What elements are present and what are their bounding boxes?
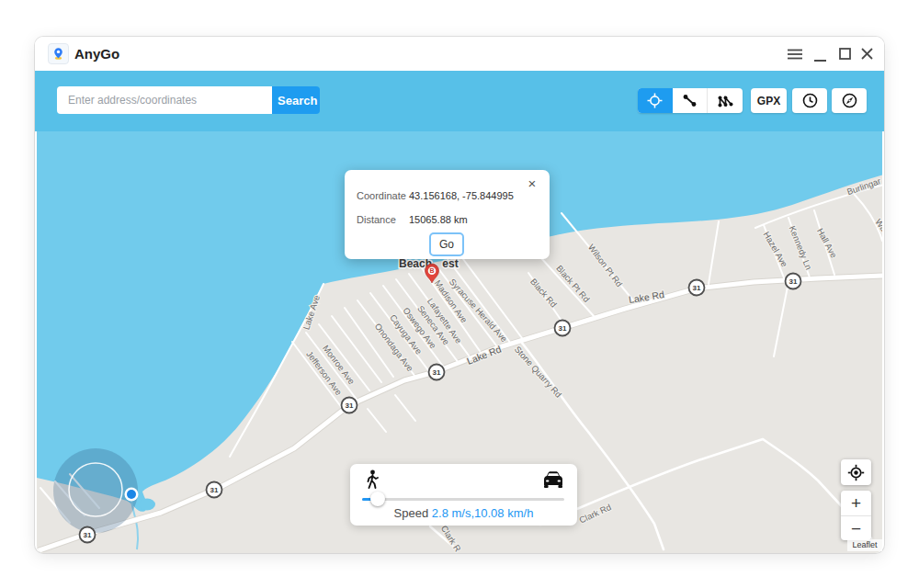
route-31-shield-text: 31 [346,401,354,410]
svg-text:B: B [429,267,434,274]
multi-spot-route-mode-button[interactable] [707,88,743,113]
place-label: est [442,257,458,270]
crosshair-icon [647,93,663,108]
gpx-button[interactable]: GPX [751,88,787,113]
popup-close-icon[interactable]: × [525,176,539,191]
zoom-out-button[interactable]: − [841,515,871,540]
current-location-accuracy [53,448,138,533]
speed-value: 2.8 m/s,10.08 km/h [432,506,534,520]
speed-label: Speed [394,506,432,520]
compass-icon [842,93,857,108]
minimize-icon[interactable] [812,51,827,64]
distance-value: 15065.88 km [409,214,468,225]
route-31-shield-text: 31 [210,486,219,494]
menu-icon[interactable] [788,47,802,61]
clock-icon [802,93,818,108]
cooldown-button[interactable] [832,88,867,113]
locate-target-icon [847,464,865,481]
coordinate-label: Coordinate [357,190,406,201]
distance-label: Distance [357,214,396,225]
locate-me-button[interactable] [841,459,871,485]
multi-spot-route-icon [718,95,733,107]
app-title: AnyGo [74,46,119,62]
two-spot-route-icon [683,94,697,107]
title-bar [35,37,884,72]
route-31-shield-text: 31 [433,368,441,377]
map-attribution[interactable]: Leaflet [847,539,882,551]
mode-button-group [638,88,743,113]
speed-slider-thumb[interactable] [370,492,385,506]
history-button[interactable] [792,88,827,113]
car-icon [542,470,564,492]
route-31-shield-text: 31 [789,277,798,286]
go-button[interactable]: Go [429,232,464,256]
route-31-shield-text: 31 [693,284,701,292]
close-icon[interactable] [859,47,874,61]
zoom-control: + − [841,491,871,540]
walking-person-icon [364,469,380,493]
coordinate-value: 43.156168, -75.844995 [409,190,514,201]
teleport-mode-button[interactable] [638,88,673,113]
zoom-in-button[interactable]: + [841,491,871,515]
speed-slider-track[interactable] [362,498,564,501]
speed-readout: Speed 2.8 m/s,10.08 km/h [350,506,577,520]
app-logo-icon [48,43,69,64]
search-button[interactable]: Search [272,86,320,114]
current-location-dot[interactable] [125,488,139,502]
map-pond [139,499,155,511]
maximize-icon[interactable] [837,47,852,61]
two-spot-route-mode-button[interactable] [673,88,708,113]
search-input[interactable] [57,86,272,114]
route-31-shield-text: 31 [84,531,92,539]
route-31-shield-text: 31 [559,324,567,333]
